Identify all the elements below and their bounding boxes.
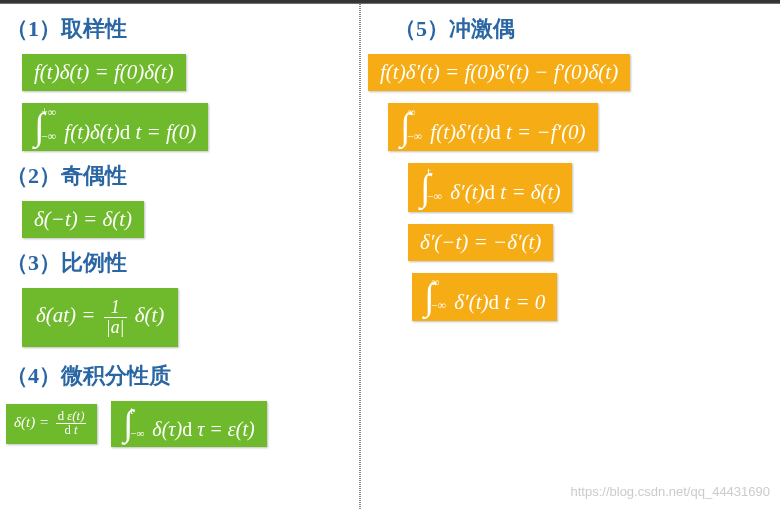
heading-2: （2）奇偶性 (6, 161, 358, 191)
formula-3-rhs: δ(t) (135, 303, 165, 327)
integral-limits-5e: ∞ −∞ (431, 277, 446, 312)
int-upper-5c: t (427, 167, 442, 179)
left-column: （1）取样性 f(t)δ(t) = f(0)δ(t) ∫ +∞ −∞ f(t)δ… (6, 12, 358, 455)
integral-1b: ∫ +∞ −∞ (34, 109, 59, 144)
integral-4b: ∫ t −∞ (123, 407, 147, 441)
integral-5b: ∫ ∞ −∞ (400, 109, 425, 144)
integral-limits-5c: t −∞ (427, 167, 442, 202)
int-upper: +∞ (41, 107, 56, 119)
formula-1a: f(t)δ(t) = f(0)δ(t) (22, 54, 186, 91)
formula-2-text: δ(−t) = δ(t) (34, 207, 132, 231)
formula-4b-body: δ(τ)d τ = ε(t) (152, 417, 254, 439)
formula-2: δ(−t) = δ(t) (22, 201, 144, 238)
watermark: https://blog.csdn.net/qq_44431690 (571, 484, 771, 499)
formula-5d-text: δ′(−t) = −δ′(t) (420, 230, 541, 254)
formula-4a-lhs: δ(t) = (14, 414, 49, 430)
right-column: （5）冲激偶 f(t)δ′(t) = f(0)δ′(t) − f′(0)δ(t)… (372, 12, 772, 329)
integral-5c: ∫ t −∞ (420, 169, 445, 204)
heading-4: （4）微积分性质 (6, 361, 358, 391)
frac-top: 1 (109, 298, 122, 317)
fraction-3: 1 |a| (104, 298, 127, 336)
formula-5c: ∫ t −∞ δ′(t)d t = δ(t) (408, 163, 572, 211)
frac-bot-4a: d t (63, 424, 80, 437)
fraction-4a: d ε(t) d t (56, 410, 87, 438)
int-lower-5c: −∞ (427, 191, 442, 203)
integral-limits: +∞ −∞ (41, 107, 56, 142)
formula-5d: δ′(−t) = −δ′(t) (408, 224, 553, 261)
formula-3-lhs: δ(at) = (36, 303, 96, 327)
vertical-divider (359, 4, 361, 509)
formula-3: δ(at) = 1 |a| δ(t) (22, 288, 178, 346)
top-border (0, 0, 780, 4)
int-lower-4b: −∞ (130, 428, 144, 439)
int-lower-5b: −∞ (407, 131, 422, 143)
int-upper-4b: t (130, 405, 144, 416)
frac-bot: |a| (104, 318, 127, 337)
heading-3: （3）比例性 (6, 248, 358, 278)
formula-5b-body: f(t)δ′(t)d t = −f′(0) (430, 120, 585, 144)
heading-1: （1）取样性 (6, 14, 358, 44)
formula-5c-body: δ′(t)d t = δ(t) (450, 181, 560, 205)
int-upper-5e: ∞ (431, 277, 446, 289)
integral-limits-4b: t −∞ (130, 405, 144, 439)
formula-1a-text: f(t)δ(t) = f(0)δ(t) (34, 60, 174, 84)
formula-5b: ∫ ∞ −∞ f(t)δ′(t)d t = −f′(0) (388, 103, 598, 151)
formula-5a: f(t)δ′(t) = f(0)δ′(t) − f′(0)δ(t) (368, 54, 630, 91)
formula-4a: δ(t) = d ε(t) d t (6, 404, 97, 444)
int-lower: −∞ (41, 131, 56, 143)
integral-5e: ∫ ∞ −∞ (424, 279, 449, 314)
formula-5e-body: δ′(t)d t = 0 (454, 290, 545, 314)
formula-4-row: δ(t) = d ε(t) d t ∫ t −∞ δ(τ)d τ = ε(t) (6, 397, 358, 455)
formula-4b: ∫ t −∞ δ(τ)d τ = ε(t) (111, 401, 266, 447)
int-lower-5e: −∞ (431, 300, 446, 312)
formula-1b-body: f(t)δ(t)d t = f(0) (64, 120, 196, 144)
heading-5: （5）冲激偶 (394, 14, 772, 44)
formula-5e: ∫ ∞ −∞ δ′(t)d t = 0 (412, 273, 557, 321)
formula-5a-text: f(t)δ′(t) = f(0)δ′(t) − f′(0)δ(t) (380, 60, 618, 84)
formula-1b: ∫ +∞ −∞ f(t)δ(t)d t = f(0) (22, 103, 208, 151)
integral-limits-5b: ∞ −∞ (407, 107, 422, 142)
int-upper-5b: ∞ (407, 107, 422, 119)
frac-top-4a: d ε(t) (56, 410, 87, 423)
